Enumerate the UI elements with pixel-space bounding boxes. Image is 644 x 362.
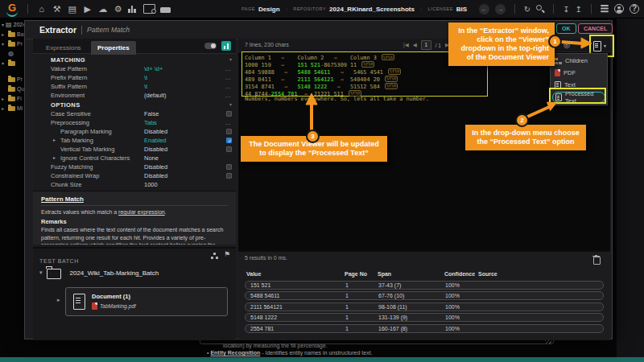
repository-value[interactable]: 2024_RKinard_Screenshots <box>329 6 415 13</box>
expander-icon[interactable]: ▸ <box>57 297 60 303</box>
property-row[interactable]: Environment(default)… <box>33 91 236 100</box>
property-row[interactable]: Prefix Pattern\t… <box>33 73 236 82</box>
regular-expression-link[interactable]: regular expression <box>118 209 165 215</box>
property-row[interactable]: Suffix Pattern\t… <box>33 82 236 91</box>
user-icon[interactable] <box>614 4 624 14</box>
checkbox-unchecked[interactable] <box>226 164 232 170</box>
home-icon[interactable]: ⌂ <box>36 4 47 14</box>
result-row[interactable]: 5488 54611167-76 (10)100% <box>245 291 604 300</box>
tree-item[interactable]: ▸Ba <box>2 29 26 39</box>
property-row[interactable]: PreprocessingTabs… <box>33 118 236 127</box>
chart-icon[interactable] <box>221 41 231 51</box>
menu-item-text[interactable]: Text <box>551 79 607 91</box>
menu-item-processed-text[interactable]: Processed Text <box>552 92 605 103</box>
entity-recognition-link[interactable]: Entity Recognition <box>210 350 260 356</box>
property-row[interactable]: Fuzzy MatchingDisabled <box>33 162 236 171</box>
checkbox-unchecked[interactable] <box>226 173 232 179</box>
chat-icon[interactable] <box>160 7 171 13</box>
checkbox-unchecked[interactable] <box>226 129 232 134</box>
first-page-icon[interactable]: |◀ <box>403 42 409 48</box>
flag-icon[interactable]: ⚑ <box>224 250 230 258</box>
cloud-icon[interactable]: ☁ <box>97 4 108 14</box>
search-icon[interactable] <box>536 5 544 13</box>
gear-icon[interactable]: ⚙ <box>113 4 123 14</box>
tree-item[interactable]: Qu <box>2 84 26 93</box>
target-icon[interactable]: ◎ <box>564 39 570 51</box>
property-row[interactable]: ▸Tab MarkingEnabled <box>33 136 236 145</box>
property-row[interactable]: Vertical Tab MarkingDisabled <box>33 145 236 154</box>
property-section-header[interactable]: OPTIONS▾ <box>33 101 236 109</box>
menu-item-pdf[interactable]: PDF <box>551 67 607 79</box>
page-number-input[interactable]: 1 <box>421 40 431 50</box>
tree-item[interactable]: ▸Mi <box>2 103 26 113</box>
property-row[interactable]: Value Pattern\d+ \d+… <box>33 64 236 73</box>
play-icon[interactable]: ▶ <box>82 4 93 14</box>
menu-item-label: Children <box>565 57 588 64</box>
download-icon[interactable]: ↧ <box>563 5 569 14</box>
result-row[interactable]: 151 521137-43 (7)100% <box>245 281 604 290</box>
tree-item[interactable]: ◍ <box>2 48 26 58</box>
tab-expressions[interactable]: Expressions <box>39 41 88 55</box>
tools-icon[interactable]: ⚒ <box>52 4 62 14</box>
page-value[interactable]: Design <box>258 6 280 13</box>
tree-item[interactable]: ▾▤2024 <box>2 19 26 29</box>
property-row[interactable]: ▸Ignore Control CharactersNone <box>33 154 236 162</box>
toggle-icon[interactable] <box>204 43 217 49</box>
prev-page-icon[interactable]: ◀ <box>413 42 417 48</box>
result-row[interactable]: 2554 7811160-167 (8)100% <box>245 324 604 333</box>
checkbox-unchecked[interactable] <box>226 111 232 117</box>
upload-icon[interactable]: ↥ <box>576 5 582 14</box>
archive-icon[interactable]: ▤ <box>67 4 77 14</box>
cancel-button[interactable]: CANCEL <box>578 23 613 34</box>
viewer-dropdown-button[interactable]: ▼ <box>593 40 609 51</box>
property-row[interactable]: Chunk Size1000 <box>33 180 236 189</box>
property-row[interactable]: Case SensitiveFalse <box>33 109 236 118</box>
result-cell: 37-43 (7) <box>378 282 401 290</box>
document-card[interactable]: Document (1) TabMarking.pdf <box>65 287 228 316</box>
tree-item[interactable]: ▸Fi <box>2 93 26 103</box>
crlf-mark-icon: \r\n <box>382 54 394 60</box>
property-row[interactable]: Paragraph MarkingDisabled <box>33 127 236 136</box>
expander-icon: ▾ <box>2 41 6 47</box>
result-row[interactable]: 5148 12221131-139 (9)100% <box>245 313 604 322</box>
ellipsis-button[interactable]: … <box>225 91 233 100</box>
menu-item-children[interactable]: Children <box>551 55 607 67</box>
chevron-icon[interactable]: ▾ <box>229 101 232 109</box>
hierarchy-icon[interactable] <box>211 253 218 259</box>
back-icon[interactable]: ← <box>479 4 489 14</box>
ellipsis-button[interactable]: … <box>225 73 233 82</box>
checkbox-checked[interactable] <box>226 138 232 143</box>
licensee-value[interactable]: BIS <box>456 6 467 13</box>
batch-folder-row[interactable]: ▾ 2024_Wiki_Tab-Marking_Batch <box>39 266 159 279</box>
callout-number-3: 3 <box>306 130 320 143</box>
bar-chart-icon[interactable] <box>128 5 138 13</box>
refresh-icon[interactable]: ↻ <box>524 5 530 14</box>
result-cell: 100% <box>445 282 460 290</box>
tree-item[interactable]: ▾Pr <box>2 39 26 48</box>
property-label: Chunk Size <box>51 181 81 188</box>
property-row[interactable]: Constrained WrapDisabled <box>33 171 236 180</box>
ok-button[interactable]: OK <box>556 23 576 34</box>
result-row[interactable]: 2111 564121198-108 (11)100% <box>245 302 604 311</box>
doc-text-segment: 484 59888 <box>245 68 275 75</box>
database-icon[interactable] <box>601 5 609 13</box>
ellipsis-button[interactable]: … <box>225 118 233 127</box>
tab-properties[interactable]: Properties <box>91 41 136 55</box>
tree-item[interactable]: Pr <box>2 74 26 84</box>
expander-icon[interactable]: ▾ <box>39 269 43 276</box>
expander-icon[interactable]: ▸ <box>53 154 56 162</box>
forward-icon[interactable]: → <box>495 4 506 14</box>
ellipsis-button[interactable]: … <box>225 82 233 91</box>
property-section-header[interactable]: MATCHING▾ <box>33 56 236 64</box>
checkbox-unchecked[interactable] <box>226 146 232 152</box>
folder-icon <box>8 77 15 82</box>
property-label: Environment <box>51 92 85 99</box>
app-logo[interactable]: G <box>6 1 18 17</box>
doc-search-icon[interactable] <box>143 4 155 14</box>
expander-icon[interactable]: ▸ <box>53 136 56 145</box>
match-highlight: 5488 54611 <box>298 68 331 75</box>
chevron-icon[interactable]: ▾ <box>229 56 232 64</box>
help-icon[interactable] <box>630 4 639 14</box>
ellipsis-button[interactable]: … <box>225 64 233 73</box>
tree-item[interactable]: ▾ <box>2 58 26 68</box>
